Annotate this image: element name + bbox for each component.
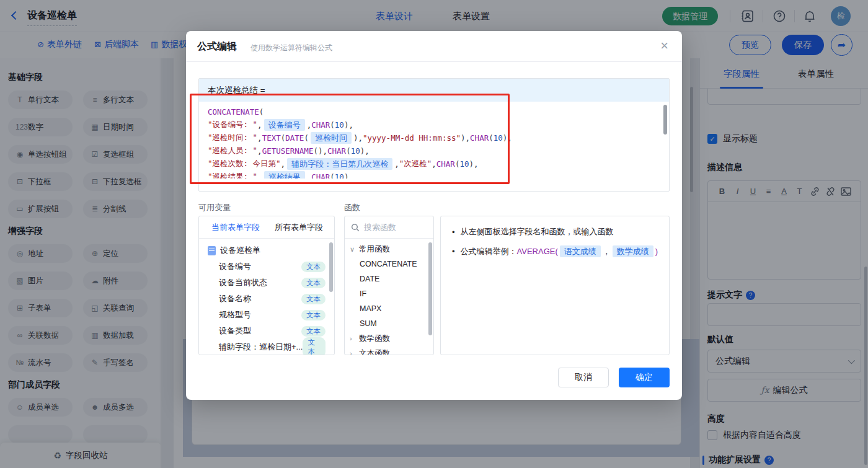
formula-editor-box: 本次巡检总结 = CONCATENATE("设备编号: ", 设备编号 ,CHA… [198,78,670,192]
confirm-button[interactable]: 确定 [619,368,670,387]
variable-field-row[interactable]: 规格型号文本 [199,307,334,323]
formula-scrollbar[interactable] [663,105,667,135]
field-type-tag: 文本 [303,337,326,355]
formula-help-panel: • 从左侧面板选择字段名和函数，或输入函数 • 公式编辑举例： AVERAGE(… [440,216,670,355]
dialog-header: 公式编辑 使用数学运算符编辑公式 × [186,31,682,62]
dialog-title: 公式编辑 [197,40,237,53]
tab-all-form-fields[interactable]: 所有表单字段 [275,222,323,233]
variable-field-row[interactable]: 设备当前状态文本 [199,275,334,291]
function-item[interactable]: DATE [345,272,433,286]
formula-line: "巡检结果: ", 巡检结果 ,CHAR(10) [208,173,660,179]
field-type-tag: 文本 [301,262,326,272]
formula-line: "巡检时间: ",TEXT(DATE( 巡检时间 ),"yyyy-MM-dd H… [208,134,660,142]
variables-scrollbar[interactable] [329,242,333,292]
function-item[interactable]: MAPX [345,301,433,316]
field-chip[interactable]: 设备编号 [264,119,305,131]
formula-code-input[interactable]: CONCATENATE("设备编号: ", 设备编号 ,CHAR(10),"巡检… [199,102,669,179]
function-search[interactable]: 搜索函数 [345,216,433,239]
field-type-tag: 文本 [301,310,326,320]
tree-root-form[interactable]: 设备巡检单 [199,242,334,258]
function-group[interactable]: ›数学函数 [345,331,433,346]
bullet: • [452,247,455,256]
variable-field-row[interactable]: 设备编号文本 [199,258,334,275]
functions-scrollbar[interactable] [428,242,432,335]
variables-tabs: 当前表单字段 所有表单字段 [199,216,334,239]
formula-line: "巡检人员: ",GETUSERNAME(),CHAR(10), [208,147,660,155]
variables-panel: 当前表单字段 所有表单字段 设备巡检单设备编号文本设备当前状态文本设备名称文本规… [198,216,335,355]
close-icon[interactable]: × [660,38,668,53]
functions-tree: ∨常用函数CONCATENATEDATEIFMAPXSUM›数学函数›文本函数 [345,239,433,355]
formula-line: CONCATENATE( [208,108,660,116]
field-type-tag: 文本 [301,278,326,288]
field-type-tag: 文本 [301,326,326,337]
form-designer-app: 设备巡检单 表单设计 表单设置 数据管理 检 ⊘表单外链 ⊠后端脚本 ▥数据权限… [0,0,868,468]
field-chip[interactable]: 辅助字段：当日第几次巡检 [287,158,392,170]
function-item[interactable]: IF [345,286,433,301]
form-doc-icon [208,246,216,255]
function-group[interactable]: ›文本函数 [345,346,433,355]
functions-label: 函数 [344,202,360,213]
help-tip: • 从左侧面板选择字段名和函数，或输入函数 [450,226,660,237]
formula-line: "设备编号: ", 设备编号 ,CHAR(10), [208,121,660,129]
dialog-subtitle: 使用数学运算符编辑公式 [250,43,332,53]
search-icon [351,223,360,232]
variables-tree: 设备巡检单设备编号文本设备当前状态文本设备名称文本规格型号文本设备类型文本辅助字… [199,239,334,355]
chevron-right-icon: › [350,350,356,355]
field-chip[interactable]: 巡检结果 [264,171,305,179]
function-item[interactable]: CONCATENATE [345,257,433,272]
chevron-right-icon: › [350,335,356,342]
variable-field-row[interactable]: 设备名称文本 [199,291,334,307]
field-type-tag: 文本 [301,294,326,304]
formula-line: "巡检次数: 今日第", 辅助字段：当日第几次巡检 ,"次巡检",CHAR(10… [208,160,660,168]
variables-label: 可用变量 [198,202,231,213]
search-placeholder: 搜索函数 [364,222,396,233]
formula-editor-dialog: 公式编辑 使用数学运算符编辑公式 × 本次巡检总结 = CONCATENATE(… [186,31,682,400]
variable-field-row[interactable]: 辅助字段：巡检日期+...文本 [199,339,334,355]
help-example: • 公式编辑举例： AVERAGE( 语文成绩 ， 数学成绩 ) [450,245,660,257]
field-chip[interactable]: 巡检时间 [311,132,352,144]
bullet: • [452,227,455,237]
function-group[interactable]: ∨常用函数 [345,242,433,257]
formula-result-field: 本次巡检总结 = [199,79,669,102]
functions-panel: 搜索函数 ∨常用函数CONCATENATEDATEIFMAPXSUM›数学函数›… [344,216,434,355]
function-item[interactable]: SUM [345,316,433,331]
chevron-down-icon: ∨ [350,245,356,254]
tab-current-form-fields[interactable]: 当前表单字段 [211,222,260,233]
cancel-button[interactable]: 取消 [558,368,609,387]
